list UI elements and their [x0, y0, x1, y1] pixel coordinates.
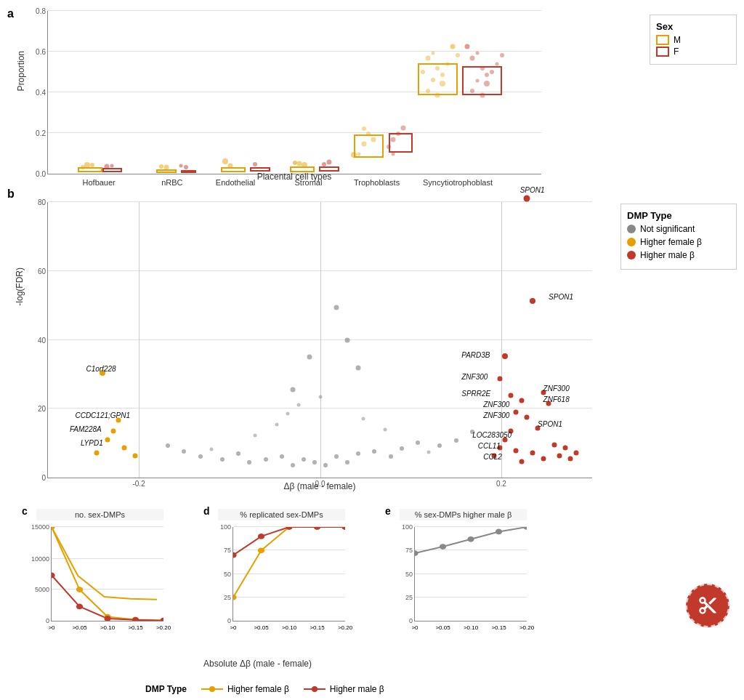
dot-red	[573, 451, 578, 456]
dot-red	[530, 451, 535, 456]
x-tick-e: >0.05	[435, 624, 450, 631]
dot	[110, 164, 114, 168]
y-tick: 0.6	[36, 48, 48, 56]
gene-label-sprr2e: SPRR2E	[461, 390, 490, 398]
legend-b-item-female: Higher female β	[627, 237, 730, 247]
dot-ns	[280, 454, 284, 459]
y-tick-d: 25	[224, 594, 233, 601]
boxplot-tropho-f	[389, 133, 413, 153]
legend-label-ns: Not significant	[640, 224, 695, 234]
gene-label-spon1-lower: SPON1	[538, 420, 562, 428]
dot-ns-high	[344, 338, 349, 343]
panel-d: d % replicated sex-DMPs 0 25 50 75 100	[203, 505, 349, 640]
dot	[179, 164, 183, 168]
dot-e-4	[496, 529, 502, 535]
legend-a-item-f: F	[656, 47, 730, 57]
gene-label-znf300-r: ZNF300	[543, 385, 570, 393]
panel-c-title: no. sex-DMPs	[36, 509, 163, 520]
boxplot-stromal-f	[319, 166, 339, 172]
dot-higher-female	[116, 418, 121, 423]
dot	[400, 126, 405, 131]
dot-ns	[264, 457, 268, 462]
y-tick: 80	[38, 198, 48, 206]
dot-ns	[302, 457, 306, 462]
dot-higher-female	[110, 429, 116, 434]
panel-a-x-axis: Placental cell types	[47, 172, 541, 182]
gene-label-znf300-3: ZNF300	[483, 411, 509, 419]
x-tick-e: >0.10	[464, 624, 478, 631]
panel-d-title: % replicated sex-DMPs	[218, 509, 345, 520]
legend-circle-ns	[627, 225, 636, 233]
scissors-icon	[698, 595, 718, 616]
dot-ns	[372, 449, 376, 454]
line-male-c	[52, 575, 163, 620]
grid-line	[48, 51, 541, 52]
x-tick-d: >0.10	[282, 624, 296, 631]
dot-ns	[291, 463, 295, 467]
legend-box-f	[656, 47, 669, 57]
x-tick-c: >0.15	[128, 624, 142, 631]
dot-d-m-4	[314, 527, 320, 530]
legend-a: Sex M F	[650, 15, 737, 65]
y-tick-c: 10000	[31, 555, 52, 563]
dot	[425, 55, 430, 60]
grid-line	[48, 132, 541, 133]
dot-higher-female	[105, 437, 110, 442]
dot-higher-female	[121, 445, 126, 450]
panel-a: a Proportion 0.0 0.2 0.4 0.6 0.8	[7, 7, 574, 182]
y-tick-d: 75	[224, 547, 233, 554]
legend-b-item-ns: Not significant	[627, 224, 730, 234]
gene-label-spon1-top: SPON1	[520, 186, 545, 194]
y-tick-d: 100	[220, 523, 233, 531]
y-tick-d: 0	[227, 617, 233, 624]
dot-d-m-5	[341, 527, 345, 530]
boxplot-syncytio-f	[462, 66, 501, 95]
panel-b-x-axis: Δβ (male - female)	[47, 481, 592, 491]
dot-e-2	[440, 544, 446, 550]
panel-c-plot: 0 5000 10000 15000	[51, 527, 163, 621]
gene-label-ccdc121: CCDC121;GPN1	[75, 411, 130, 419]
dot	[163, 164, 169, 169]
dot	[222, 158, 228, 164]
bottom-legend-item-female: Higher female β	[201, 684, 289, 694]
x-tick-c: >0.05	[72, 624, 86, 631]
bottom-legend-line-female	[201, 685, 223, 693]
scissors-button[interactable]	[686, 584, 729, 627]
dot-sprr2e	[508, 393, 513, 398]
y-tick-e: 25	[405, 594, 415, 601]
dot-ns	[198, 454, 203, 459]
dot	[184, 165, 188, 169]
dot-ns	[275, 422, 278, 426]
y-tick: 0.8	[36, 7, 48, 15]
panel-a-label: a	[7, 7, 14, 20]
panel-b-y-axis: -log(FDR)	[15, 267, 25, 306]
dot-loc283050	[508, 429, 513, 434]
dot	[495, 63, 498, 66]
x-tick-e: >0.15	[491, 624, 506, 631]
gene-label-znf300-1: ZNF300	[461, 373, 488, 381]
x-tick-d: >0.15	[310, 624, 324, 631]
bottom-legend-label-male: Higher male β	[330, 684, 384, 694]
dot-red	[568, 456, 573, 462]
dot-ns-high	[307, 354, 312, 359]
dot-e-5	[523, 527, 527, 530]
bottom-legend-label-female: Higher female β	[227, 684, 289, 694]
dot	[450, 44, 455, 49]
legend-a-title: Sex	[656, 21, 730, 32]
gene-label-fam228a: FAM228A	[70, 425, 102, 433]
dot-c-m-2	[76, 604, 83, 610]
dot-znf300-3	[514, 409, 519, 414]
dot-ns	[384, 428, 387, 432]
boxplot-endothelial-f	[250, 167, 270, 172]
y-tick: 20	[38, 405, 48, 413]
x-tick-d: >0.05	[254, 624, 268, 631]
legend-box-m	[656, 35, 669, 45]
ref-line-neg02	[139, 202, 140, 478]
dot	[465, 44, 470, 49]
dot-c-f-1	[52, 527, 55, 530]
x-tick-d: >0.20	[338, 624, 352, 631]
dot-ns-high	[355, 365, 360, 370]
dot-e-1	[415, 550, 418, 556]
dot-ns	[318, 395, 322, 398]
x-tick-c: >0.10	[100, 624, 115, 631]
